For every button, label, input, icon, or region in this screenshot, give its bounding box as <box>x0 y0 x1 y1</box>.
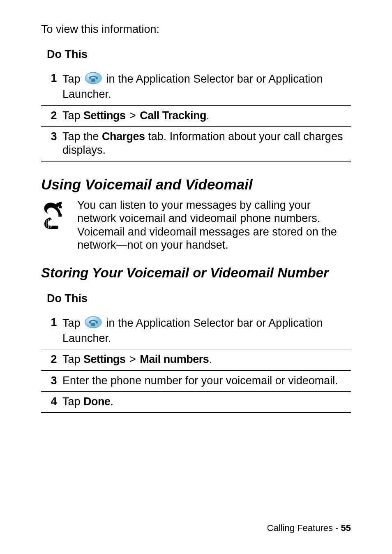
ui-label: Mail numbers <box>140 353 209 365</box>
section-heading-voicemail: Using Voicemail and Videomail <box>41 176 351 193</box>
svg-rect-3 <box>59 206 62 208</box>
ui-label: Call Tracking <box>140 109 206 122</box>
step-tap: Tap <box>62 395 83 408</box>
end: . <box>111 395 114 408</box>
ui-label: Settings <box>83 109 126 122</box>
subsection-heading-storing: Storing Your Voicemail or Videomail Numb… <box>41 265 351 281</box>
step-content: Enter the phone number for your voicemai… <box>62 370 351 391</box>
phone-app-icon <box>84 316 102 332</box>
step-number: 3 <box>41 127 62 161</box>
ui-label: Charges <box>102 130 145 143</box>
step-tap: Tap <box>62 353 83 365</box>
footer-section: Calling Features - <box>267 523 341 533</box>
voicemail-icon <box>41 200 70 232</box>
svg-rect-10 <box>91 323 95 326</box>
ui-label: Settings <box>83 353 126 365</box>
end: . <box>206 109 210 122</box>
separator: > <box>126 353 140 365</box>
step-pre: Tap <box>62 73 83 85</box>
table-row: 4 Tap Done. <box>41 392 351 413</box>
step-pre: Tap <box>62 316 83 329</box>
step-tap: Tap <box>62 109 83 122</box>
step-number: 3 <box>41 370 62 391</box>
step-content: Tap Done. <box>62 392 351 413</box>
ui-label: Done <box>83 395 111 408</box>
svg-rect-2 <box>59 202 62 204</box>
svg-rect-1 <box>91 78 95 82</box>
table2-header: Do This <box>47 292 351 305</box>
step-number: 1 <box>41 68 62 105</box>
table1-header: Do This <box>47 48 351 61</box>
steps-table-1: 1 Tap in the Application Selector bar or… <box>41 68 351 162</box>
page-number: 55 <box>341 523 351 533</box>
step-content: Tap in the Application Selector bar or A… <box>62 312 351 349</box>
voicemail-body: You can listen to your messages by calli… <box>77 199 351 252</box>
step-number: 2 <box>41 105 62 126</box>
intro-text: To view this information: <box>41 23 351 36</box>
step-number: 1 <box>41 312 62 349</box>
table-row: 2 Tap Settings > Call Tracking. <box>41 105 351 126</box>
table-row: 1 Tap in the Application Selector bar or… <box>41 312 351 349</box>
voicemail-intro: You can listen to your messages by calli… <box>41 199 351 252</box>
steps-table-2: 1 Tap in the Application Selector bar or… <box>41 312 351 413</box>
end: . <box>209 353 212 365</box>
page-footer: Calling Features - 55 <box>267 523 351 533</box>
table-row: 1 Tap in the Application Selector bar or… <box>41 68 351 105</box>
phone-app-icon <box>84 72 102 88</box>
svg-rect-4 <box>59 214 62 217</box>
table-row: 2 Tap Settings > Mail numbers. <box>41 349 351 370</box>
table-row: 3 Tap the Charges tab. Information about… <box>41 127 351 161</box>
step-number: 2 <box>41 349 62 370</box>
step-content: Tap in the Application Selector bar or A… <box>62 68 351 105</box>
separator: > <box>126 109 140 122</box>
table-row: 3 Enter the phone number for your voicem… <box>41 370 351 391</box>
step-tap: Tap the <box>62 130 102 143</box>
svg-point-9 <box>85 316 101 328</box>
step-number: 4 <box>41 392 62 413</box>
step-content: Tap Settings > Call Tracking. <box>62 105 351 126</box>
step-content: Tap the Charges tab. Information about y… <box>62 127 351 161</box>
step-content: Tap Settings > Mail numbers. <box>62 349 351 370</box>
svg-point-0 <box>85 72 101 84</box>
